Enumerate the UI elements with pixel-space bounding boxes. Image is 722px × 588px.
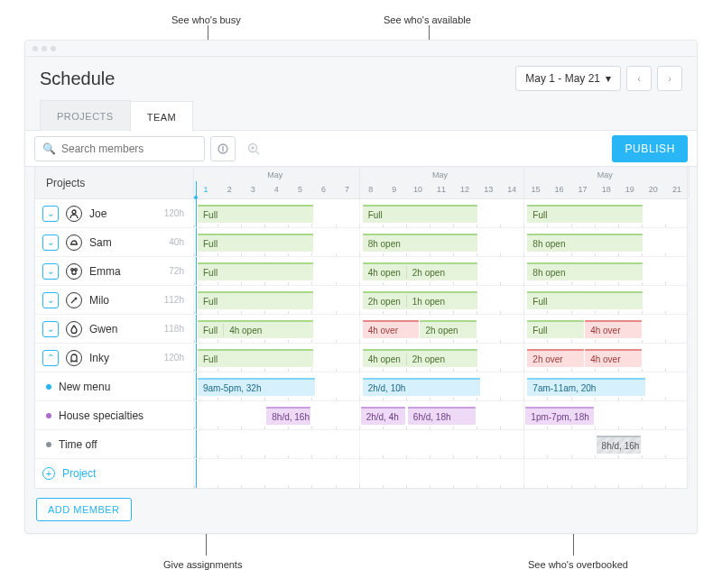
date-range-label: May 1 - May 21 [525, 72, 600, 85]
assignment-bar[interactable]: 8h/d, 16h [266, 407, 310, 425]
availability-bar[interactable]: Full [198, 205, 313, 223]
availability-bar[interactable]: 4h open2h open [363, 262, 478, 280]
availability-bar[interactable]: 4h over [363, 320, 420, 338]
toggle-button[interactable]: ⌄ [42, 263, 59, 280]
day-header-5: 5 [295, 185, 304, 194]
availability-bar[interactable]: Full [198, 349, 313, 367]
availability-bar[interactable]: Full [527, 320, 584, 338]
member-hours: 112h [164, 295, 184, 305]
schedule-grid: Projects 1234567891011121314151617181920… [34, 167, 688, 489]
member-hours: 72h [169, 266, 184, 276]
day-header-19: 19 [625, 185, 634, 194]
day-header-10: 10 [413, 185, 422, 194]
next-button[interactable]: › [657, 66, 682, 91]
availability-bar[interactable]: Full [527, 291, 643, 309]
zoom-in-button[interactable] [241, 136, 266, 161]
day-header-1: 1 [201, 185, 210, 194]
member-hours: 40h [169, 237, 184, 247]
search-input[interactable] [61, 142, 197, 155]
availability-bar[interactable]: 2h open1h open [363, 291, 478, 309]
svg-point-8 [75, 268, 78, 271]
publish-button[interactable]: PUBLISH [612, 135, 688, 162]
availability-bar[interactable]: Full [363, 205, 478, 223]
svg-point-7 [71, 268, 74, 271]
toggle-button[interactable]: ⌄ [42, 206, 59, 222]
member-row: ⌄Joe120hFullFullFull [35, 199, 687, 228]
svg-line-3 [256, 152, 259, 154]
assignment-bar[interactable]: 8h/d, 16h [597, 436, 641, 454]
task-name: Time off [59, 438, 193, 451]
availability-bar[interactable]: Full [527, 205, 643, 223]
availability-bar[interactable]: 2h open [420, 320, 477, 338]
chevron-down-icon: ▾ [606, 72, 611, 85]
grid-header: Projects 1234567891011121314151617181920… [35, 167, 687, 199]
search-box[interactable]: 🔍 [34, 136, 205, 161]
availability-bar[interactable]: 8h open [363, 234, 478, 252]
toggle-button[interactable]: ⌄ [42, 292, 59, 308]
member-row: ⌃Inky120hFull4h open2h open2h over4h ove… [35, 344, 687, 372]
add-project-row: +Project [35, 459, 687, 488]
add-project-label: Project [62, 467, 96, 480]
day-header-18: 18 [602, 185, 611, 194]
member-avatar-icon [66, 234, 82, 251]
day-header-2: 2 [225, 185, 234, 194]
assignment-bar[interactable]: 1pm-7pm, 18h [525, 407, 593, 425]
toggle-button[interactable]: ⌄ [42, 234, 59, 251]
page-header: Schedule May 1 - May 21 ▾ ‹ › [25, 57, 697, 100]
availability-bar[interactable]: 8h open [527, 234, 643, 252]
prev-button[interactable]: ‹ [626, 66, 652, 91]
member-name: Emma [89, 265, 162, 278]
callout-over-label: See who's overbooked [528, 559, 628, 570]
day-header-9: 9 [390, 185, 399, 194]
add-member-button[interactable]: ADD MEMBER [36, 498, 132, 521]
day-header-13: 13 [484, 185, 493, 194]
day-header-8: 8 [366, 185, 375, 194]
toggle-button[interactable]: ⌃ [42, 350, 59, 366]
member-avatar-icon [66, 321, 82, 337]
day-header-21: 21 [672, 185, 681, 194]
plus-icon: + [42, 467, 55, 480]
member-name: Gwen [89, 323, 157, 335]
availability-bar[interactable]: 4h over [585, 320, 642, 338]
svg-point-6 [72, 210, 76, 214]
date-range-picker[interactable]: May 1 - May 21 ▾ [515, 66, 621, 91]
day-header-14: 14 [507, 185, 516, 194]
day-header-4: 4 [272, 185, 281, 194]
today-marker [196, 181, 197, 198]
availability-bar[interactable]: Full [198, 234, 313, 252]
day-header-11: 11 [437, 185, 446, 194]
member-row: ⌄Milo112hFull2h open1h openFull [35, 286, 687, 315]
app-window: Schedule May 1 - May 21 ▾ ‹ › PROJECTS T… [24, 40, 698, 534]
task-name: House specialties [59, 409, 193, 422]
search-icon: 🔍 [42, 142, 56, 155]
tabs: PROJECTS TEAM [25, 100, 697, 131]
task-color-dot [46, 413, 51, 418]
availability-bar[interactable]: Full [198, 262, 313, 280]
availability-bar[interactable]: 4h over [585, 349, 642, 367]
toggle-button[interactable]: ⌄ [42, 321, 59, 337]
grid-header-left: Projects [35, 167, 194, 198]
tab-team[interactable]: TEAM [130, 101, 194, 132]
member-hours: 118h [164, 324, 184, 334]
availability-bar[interactable]: 8h open [527, 262, 643, 280]
availability-bar[interactable]: 2h over [527, 349, 584, 367]
toolbar: 🔍 PUBLISH [25, 131, 697, 167]
availability-bar[interactable]: 4h open2h open [363, 349, 478, 367]
add-project-button[interactable]: +Project [42, 467, 96, 480]
availability-bar[interactable]: Full [198, 291, 313, 309]
assignment-bar[interactable]: 6h/d, 18h [408, 407, 476, 425]
assignment-bar[interactable]: 9am-5pm, 32h [198, 378, 315, 396]
assignment-bar[interactable]: 2h/d, 4h [361, 407, 405, 425]
filter-button[interactable] [210, 136, 236, 161]
assignment-bar[interactable]: 2h/d, 10h [363, 378, 480, 396]
member-avatar-icon [66, 206, 82, 222]
task-color-dot [46, 442, 51, 447]
tab-projects[interactable]: PROJECTS [40, 100, 131, 131]
availability-bar[interactable]: Full4h open [198, 320, 313, 338]
assignment-bar[interactable]: 7am-11am, 20h [527, 378, 644, 396]
task-name: New menu [59, 381, 193, 393]
add-member-row: ADD MEMBER [36, 498, 697, 521]
member-avatar-icon [66, 263, 82, 280]
member-name: Joe [89, 207, 157, 220]
month-label: May [267, 170, 282, 179]
